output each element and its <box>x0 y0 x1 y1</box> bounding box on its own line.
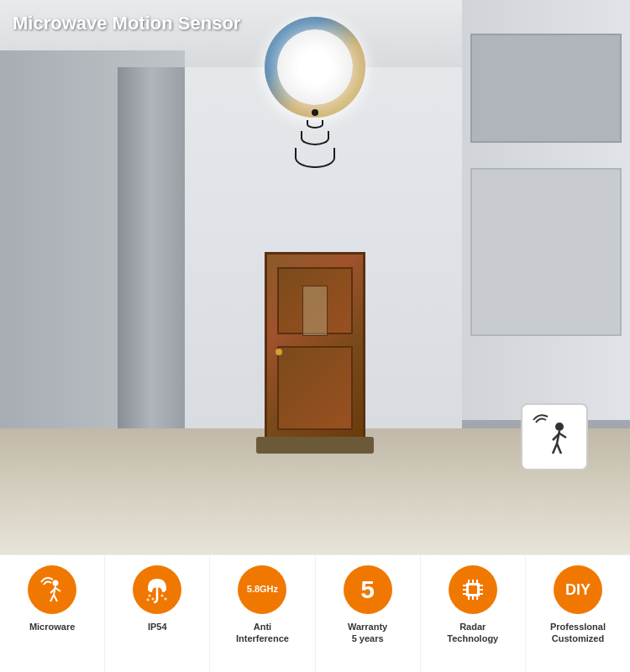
light-inner <box>277 29 353 105</box>
svg-point-17 <box>147 599 150 601</box>
svg-line-9 <box>54 595 57 601</box>
svg-line-11 <box>55 588 60 591</box>
svg-line-2 <box>553 444 557 454</box>
radar-chip-icon <box>458 575 488 605</box>
ceiling-light-fixture <box>265 17 365 118</box>
left-pillar <box>118 67 185 470</box>
microwave-sensor-icon <box>37 575 67 605</box>
radar-technology-label: RadarTechnology <box>447 621 498 645</box>
svg-point-0 <box>555 423 564 431</box>
ip54-icon-circle <box>133 565 181 614</box>
sensor-wave-3 <box>295 148 335 168</box>
svg-point-15 <box>161 595 164 597</box>
hallway-background: Microwave Motion Sensor <box>0 0 630 554</box>
anti-interference-icon-circle: 5.8GHz <box>238 565 286 614</box>
svg-line-3 <box>557 444 561 454</box>
feature-radar-technology: RadarTechnology <box>421 555 526 672</box>
diy-icon-circle: DIY <box>554 565 602 614</box>
door-panel-top <box>277 267 353 334</box>
feature-diy: DIY ProfesslonalCustomized <box>526 555 630 672</box>
diy-label: ProfesslonalCustomized <box>550 621 606 645</box>
microwave-sensor-label: Microware <box>29 621 75 633</box>
svg-point-6 <box>53 580 59 586</box>
svg-rect-19 <box>469 585 477 594</box>
svg-line-5 <box>559 433 566 438</box>
ip54-icon <box>141 574 173 606</box>
sensor-wave-2 <box>301 131 329 145</box>
feature-microwave-sensor: Microware <box>0 555 105 672</box>
warranty-label: Warranty5 years <box>348 621 387 645</box>
ip54-label: IP54 <box>148 621 167 633</box>
warranty-number: 5 <box>360 575 375 604</box>
door-panel-bottom <box>277 346 353 430</box>
svg-line-8 <box>50 595 54 601</box>
sensor-wave-1 <box>307 120 323 129</box>
svg-point-13 <box>149 595 151 597</box>
warranty-icon-circle: 5 <box>344 565 392 614</box>
doormat <box>256 437 374 454</box>
svg-point-16 <box>165 598 167 601</box>
frequency-text: 5.8GHz <box>247 584 278 595</box>
door <box>265 252 365 445</box>
svg-point-14 <box>152 598 155 601</box>
door-window <box>302 286 328 336</box>
sensor-dot <box>312 109 318 116</box>
motion-sensor-icon <box>528 410 582 465</box>
right-panel-top <box>470 34 622 143</box>
main-container: Microwave Motion Sensor Microware <box>0 0 630 672</box>
svg-line-1 <box>557 431 559 444</box>
light-outer-ring <box>265 17 365 118</box>
anti-interference-label: AntiInterference <box>236 621 289 645</box>
feature-warranty: 5 Warranty5 years <box>316 555 421 672</box>
feature-anti-interference: 5.8GHz AntiInterference <box>210 555 315 672</box>
microwave-sensor-icon-circle <box>28 565 76 614</box>
feature-ip54: IP54 <box>105 555 210 672</box>
radar-technology-icon-circle <box>449 565 497 614</box>
features-bar: Microware IP54 <box>0 554 630 672</box>
product-title: Microwave Motion Sensor <box>13 13 240 34</box>
motion-sensor-badge <box>521 403 588 470</box>
door-handle <box>276 349 282 355</box>
product-image-area: Microwave Motion Sensor <box>0 0 630 554</box>
right-wall <box>462 0 630 420</box>
sensor-waves <box>295 109 335 168</box>
right-panel-bottom <box>470 168 622 336</box>
diy-text: DIY <box>565 581 591 599</box>
